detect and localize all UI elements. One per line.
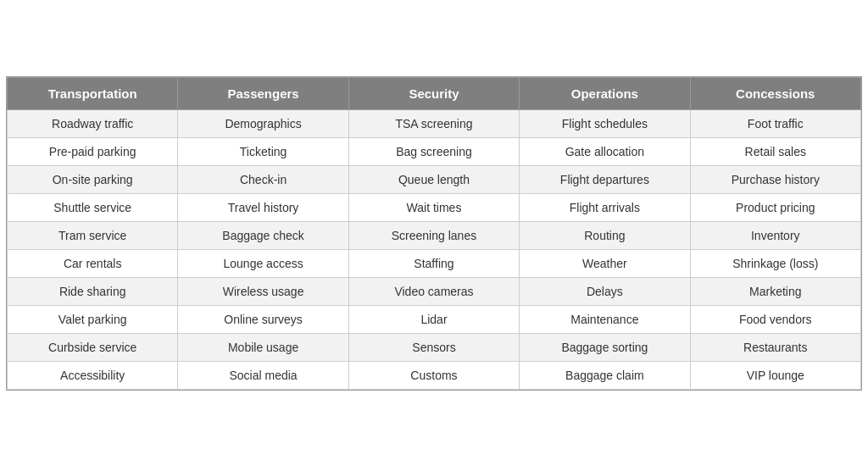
table-cell: Travel history: [178, 193, 348, 221]
header-cell-passengers: Passengers: [178, 77, 348, 109]
table-cell: TSA screening: [348, 109, 519, 137]
table-header: TransportationPassengersSecurityOperatio…: [8, 77, 861, 109]
table-row: Pre-paid parkingTicketingBag screeningGa…: [8, 137, 861, 165]
table-cell: Lidar: [348, 305, 519, 333]
main-table-wrapper: TransportationPassengersSecurityOperatio…: [6, 76, 862, 391]
table-row: Shuttle serviceTravel historyWait timesF…: [8, 193, 861, 221]
table-row: On-site parkingCheck-inQueue lengthFligh…: [8, 165, 861, 193]
table-row: Roadway trafficDemographicsTSA screening…: [8, 109, 861, 137]
table-cell: Check-in: [178, 165, 348, 193]
table-cell: Lounge access: [178, 249, 348, 277]
table-cell: Mobile usage: [178, 333, 348, 361]
table-row: Car rentalsLounge accessStaffingWeatherS…: [8, 249, 861, 277]
header-cell-concessions: Concessions: [690, 77, 860, 109]
table-cell: Demographics: [178, 109, 348, 137]
table-cell: Baggage sorting: [520, 333, 690, 361]
table-cell: Delays: [520, 277, 690, 305]
header-cell-security: Security: [348, 77, 519, 109]
table-cell: Social media: [178, 361, 348, 389]
table-cell: Screening lanes: [348, 221, 519, 249]
table-cell: On-site parking: [8, 165, 178, 193]
table-cell: Sensors: [348, 333, 519, 361]
table-cell: Wait times: [348, 193, 519, 221]
table-cell: Baggage check: [178, 221, 348, 249]
table-cell: Car rentals: [8, 249, 178, 277]
table-cell: Routing: [520, 221, 690, 249]
table-cell: Valet parking: [8, 305, 178, 333]
table-cell: Purchase history: [690, 165, 860, 193]
table-cell: Roadway traffic: [8, 109, 178, 137]
table-body: Roadway trafficDemographicsTSA screening…: [8, 109, 861, 389]
table-cell: Accessibility: [8, 361, 178, 389]
table-cell: VIP lounge: [690, 361, 860, 389]
table-cell: Staffing: [348, 249, 519, 277]
table-cell: Marketing: [690, 277, 860, 305]
table-cell: Bag screening: [348, 137, 519, 165]
table-cell: Retail sales: [690, 137, 860, 165]
table-row: AccessibilitySocial mediaCustomsBaggage …: [8, 361, 861, 389]
table-cell: Flight arrivals: [520, 193, 690, 221]
table-cell: Food vendors: [690, 305, 860, 333]
table-row: Tram serviceBaggage checkScreening lanes…: [8, 221, 861, 249]
table-cell: Queue length: [348, 165, 519, 193]
table-cell: Restaurants: [690, 333, 860, 361]
table-cell: Baggage claim: [520, 361, 690, 389]
table-cell: Curbside service: [8, 333, 178, 361]
table-cell: Weather: [520, 249, 690, 277]
table-cell: Maintenance: [520, 305, 690, 333]
table-cell: Wireless usage: [178, 277, 348, 305]
table-row: Valet parkingOnline surveysLidarMaintena…: [8, 305, 861, 333]
table-cell: Tram service: [8, 221, 178, 249]
table-cell: Ticketing: [178, 137, 348, 165]
table-cell: Gate allocation: [520, 137, 690, 165]
header-cell-operations: Operations: [520, 77, 690, 109]
table-cell: Flight schedules: [520, 109, 690, 137]
table-cell: Foot traffic: [690, 109, 860, 137]
header-cell-transportation: Transportation: [8, 77, 178, 109]
table-cell: Inventory: [690, 221, 860, 249]
table-cell: Product pricing: [690, 193, 860, 221]
table-cell: Video cameras: [348, 277, 519, 305]
table-cell: Flight departures: [520, 165, 690, 193]
table-cell: Customs: [348, 361, 519, 389]
data-table: TransportationPassengersSecurityOperatio…: [7, 77, 861, 390]
table-cell: Pre-paid parking: [8, 137, 178, 165]
table-cell: Shrinkage (loss): [690, 249, 860, 277]
header-row: TransportationPassengersSecurityOperatio…: [8, 77, 861, 109]
table-cell: Shuttle service: [8, 193, 178, 221]
table-cell: Online surveys: [178, 305, 348, 333]
table-row: Curbside serviceMobile usageSensorsBagga…: [8, 333, 861, 361]
table-row: Ride sharingWireless usageVideo camerasD…: [8, 277, 861, 305]
table-cell: Ride sharing: [8, 277, 178, 305]
